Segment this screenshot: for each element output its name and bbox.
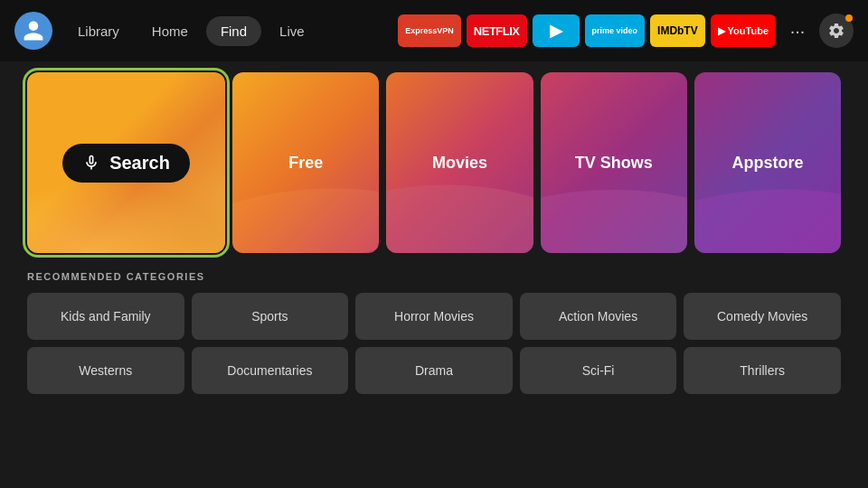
prime-video-icon[interactable]: prime video	[585, 14, 646, 47]
netflix-icon[interactable]: NETFLIX	[467, 14, 527, 47]
free-tile[interactable]: Free	[232, 72, 379, 253]
search-pill[interactable]: Search	[62, 144, 190, 183]
category-comedy-movies[interactable]: Comedy Movies	[684, 293, 841, 340]
category-drama[interactable]: Drama	[355, 347, 513, 394]
tvshows-label: TV Shows	[575, 154, 653, 173]
tvshows-wave	[541, 190, 687, 253]
app-icons-bar: ExpressVPN NETFLIX ▶ prime video IMDbTV …	[398, 14, 854, 48]
user-icon	[22, 19, 45, 42]
category-horror-movies[interactable]: Horror Movies	[355, 293, 513, 340]
category-sports[interactable]: Sports	[192, 293, 349, 340]
nav-find[interactable]: Find	[206, 16, 261, 46]
appstore-tile[interactable]: Appstore	[694, 72, 841, 253]
free-wave	[232, 180, 379, 253]
microphone-icon	[82, 154, 100, 172]
category-sci-fi[interactable]: Sci-Fi	[520, 347, 677, 394]
search-tile[interactable]: Search	[27, 72, 225, 253]
more-apps-button[interactable]: ···	[781, 14, 814, 47]
category-westerns[interactable]: Westerns	[27, 347, 184, 394]
avatar[interactable]	[14, 12, 52, 50]
nav-links: Library Home Find Live	[63, 16, 319, 46]
main-content: Search Free Movies TV Shows Appstore REC…	[0, 61, 868, 405]
imdbtv-icon[interactable]: IMDbTV	[650, 14, 705, 47]
movies-label: Movies	[432, 154, 487, 173]
gear-icon	[827, 22, 845, 40]
movies-tile[interactable]: Movies	[386, 72, 533, 253]
search-label: Search	[109, 153, 170, 174]
free-label: Free	[288, 154, 323, 173]
wave-decoration	[27, 181, 225, 253]
freevee-icon[interactable]: ▶	[533, 14, 580, 47]
feature-tiles: Search Free Movies TV Shows Appstore	[27, 72, 841, 253]
appstore-wave	[694, 183, 841, 253]
nav-home[interactable]: Home	[137, 16, 203, 46]
navbar: Library Home Find Live ExpressVPN NETFLI…	[0, 0, 868, 61]
recommended-section-title: RECOMMENDED CATEGORIES	[27, 271, 841, 282]
movies-wave	[386, 179, 533, 253]
nav-live[interactable]: Live	[265, 16, 319, 46]
category-kids-family[interactable]: Kids and Family	[27, 293, 184, 340]
category-thrillers[interactable]: Thrillers	[684, 347, 841, 394]
category-action-movies[interactable]: Action Movies	[520, 293, 677, 340]
tvshows-tile[interactable]: TV Shows	[541, 72, 687, 253]
expressvpn-icon[interactable]: ExpressVPN	[398, 14, 461, 47]
nav-library[interactable]: Library	[63, 16, 134, 46]
categories-grid: Kids and Family Sports Horror Movies Act…	[27, 293, 841, 394]
settings-button[interactable]	[819, 14, 854, 48]
appstore-label: Appstore	[731, 154, 803, 173]
youtube-icon[interactable]: ▶ YouTube	[711, 14, 776, 47]
category-documentaries[interactable]: Documentaries	[192, 347, 349, 394]
